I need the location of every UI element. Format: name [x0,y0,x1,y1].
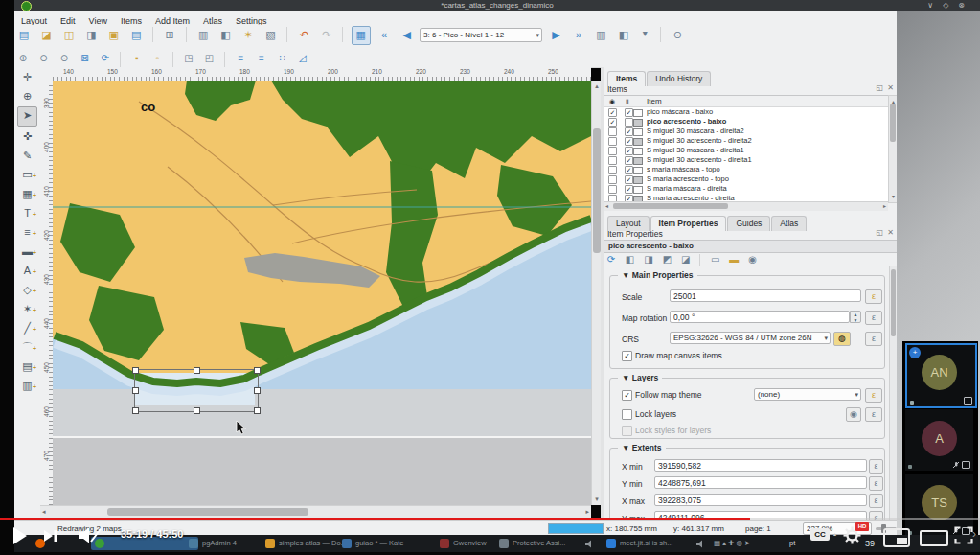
labeling-settings-icon[interactable]: ▬ [727,253,741,266]
export-pdf-icon[interactable]: ▧ [262,26,279,43]
crs-data-defined-button[interactable]: ε [865,332,882,346]
visibility-checkbox[interactable] [608,185,617,194]
captions-button[interactable]: CC [810,528,830,541]
visibility-checkbox[interactable] [608,175,617,184]
taskbar-app-label[interactable]: meet.jit.si is sh... [620,539,672,547]
rotation-data-defined-button[interactable]: ε [865,311,882,325]
extents-section-title[interactable]: ▼ Extents [618,443,666,452]
resize-items-icon[interactable]: ◿ [295,51,310,66]
video-progress-played[interactable] [0,518,750,520]
add-shape-icon[interactable]: ◇ [18,281,36,299]
items-row[interactable]: ✓pico acrescento - baixo [604,117,889,127]
visibility-checkbox[interactable] [608,147,617,155]
visibility-checkbox[interactable] [608,166,617,174]
add-label-icon[interactable]: T [18,204,36,222]
atlas-previous-feature-icon[interactable]: ◀ [399,26,416,43]
duplicate-layout-icon[interactable]: ◫ [60,26,78,43]
add-north-arrow-icon[interactable]: A [18,262,36,280]
taskbar-app-icon[interactable] [440,539,449,548]
move-content-tool-icon[interactable]: ✜ [18,127,36,146]
resize-handle[interactable] [254,387,261,394]
redo-icon[interactable]: ↷ [318,26,335,43]
miniplayer-button-icon[interactable] [883,528,910,547]
items-row[interactable]: ✓s maria máscara - topo [604,165,889,174]
atlas-settings-icon[interactable]: ⊙ [669,26,686,43]
atlas-next-feature-icon[interactable]: ▶ [548,26,565,43]
lock-checkbox[interactable] [625,118,633,127]
layout-manager-icon[interactable]: ◨ [82,26,100,43]
group-items-icon[interactable]: ◳ [181,51,196,66]
items-row[interactable]: ✓✓pico máscara - baixo [604,107,889,117]
next-button-icon[interactable] [44,529,57,543]
resize-handle[interactable] [254,407,261,414]
theater-mode-icon[interactable] [920,530,948,546]
items-row[interactable]: ✓S maria acrescento - topo [604,174,889,184]
panel-float-icon[interactable]: ◱ [876,228,883,237]
play-button-icon[interactable] [11,526,29,545]
zoom-full-icon[interactable]: ⊠ [77,51,92,66]
draw-canvas-checkbox[interactable]: ✓ [622,351,632,361]
lock-layers-data-defined-button[interactable]: ε [865,407,882,422]
export-image-icon[interactable]: ◧ [217,26,235,43]
atlas-feature-combo[interactable]: 3: 6 - Pico - Nível 1 - 12 [420,28,542,42]
taskbar-app-icon[interactable] [342,539,352,548]
resize-handle[interactable] [132,367,139,374]
add-picture-icon[interactable]: ▦ [18,185,36,203]
video-progress-remaining[interactable] [750,518,980,520]
preview-atlas-icon[interactable]: ▦ [352,26,371,45]
lock-checkbox[interactable]: ✓ [625,156,633,165]
clipping-settings-icon[interactable]: ◉ [746,253,760,266]
items-row[interactable]: ✓S miguel 30 acrescento - direita1 [604,155,889,165]
visibility-checkbox[interactable] [608,127,617,136]
update-preview-icon[interactable]: ⟳ [604,253,618,266]
select-tool-icon[interactable]: ➤ [17,106,37,127]
panel-close-icon[interactable]: ✕ [887,228,894,237]
print-icon[interactable]: ▥ [194,26,212,43]
xmax-input[interactable] [654,494,867,506]
xmax-data-defined-button[interactable]: ε [869,494,883,508]
lock-checkbox[interactable]: ✓ [625,166,633,174]
new-layout-icon[interactable]: ◪ [37,26,55,43]
layers-section-title[interactable]: ▼ Layers [618,373,662,382]
map-rotation-input[interactable] [670,311,850,323]
align-items-icon[interactable]: ≡ [254,51,269,66]
close-icon[interactable]: ⊗ [958,1,974,10]
add-scalebar-icon[interactable]: ▬ [18,243,36,261]
scale-data-defined-button[interactable]: ε [865,289,882,304]
ungroup-items-icon[interactable]: ◰ [202,51,217,66]
crs-select-globe-button[interactable]: ◍ [833,332,851,346]
interactive-edit-icon[interactable]: ▭ [709,253,722,266]
participant-tile-active[interactable]: AN + [905,343,977,408]
lock-checkbox[interactable]: ✓ [625,108,633,117]
panel-close-icon[interactable]: ✕ [887,83,894,92]
add-node-item-icon[interactable]: ⌒ [18,338,36,357]
taskbar-app-icon[interactable] [189,539,198,548]
add-html-icon[interactable]: ▤ [18,358,36,376]
volume-muted-icon[interactable] [77,527,102,543]
resize-handle[interactable] [254,367,261,374]
taskbar-app-icon[interactable] [499,539,509,548]
xmin-input[interactable] [654,459,867,472]
lock-checkbox[interactable]: ✓ [625,175,633,184]
add-arrow-icon[interactable]: ╱ [18,319,36,337]
scrollbar-thumb[interactable] [107,508,308,516]
export-atlas-dropdown-icon[interactable]: ▾ [637,26,652,41]
keyboard-layout-indicator[interactable]: pt [789,539,795,547]
visibility-checkbox[interactable] [608,156,617,165]
save-as-template-icon[interactable]: ▤ [127,26,145,43]
selected-item-bounds[interactable] [134,369,259,412]
view-extent-icon[interactable]: ◨ [642,253,655,266]
pan-tool-icon[interactable]: ✛ [18,68,36,86]
distribute-items-icon[interactable]: ∷ [274,51,289,66]
items-list-hscrollbar[interactable]: ◂ ▸ [604,201,888,211]
unlock-items-icon[interactable]: ▫ [149,51,165,66]
edit-nodes-tool-icon[interactable]: ✎ [18,147,36,165]
scrollbar-thumb[interactable] [593,128,601,253]
zoom-out-icon[interactable]: ⊖ [35,51,51,66]
taskbar-app-label[interactable]: Protective Assi... [513,539,565,547]
taskbar-app-label[interactable]: simples atlas — Do... [279,539,347,547]
crs-combo[interactable]: EPSG:32626 - WGS 84 / UTM zone 26N [670,332,831,344]
zoom-actual-icon[interactable]: ⊙ [57,51,72,66]
lock-checkbox[interactable]: ✓ [625,147,633,155]
resize-handle[interactable] [132,407,139,414]
